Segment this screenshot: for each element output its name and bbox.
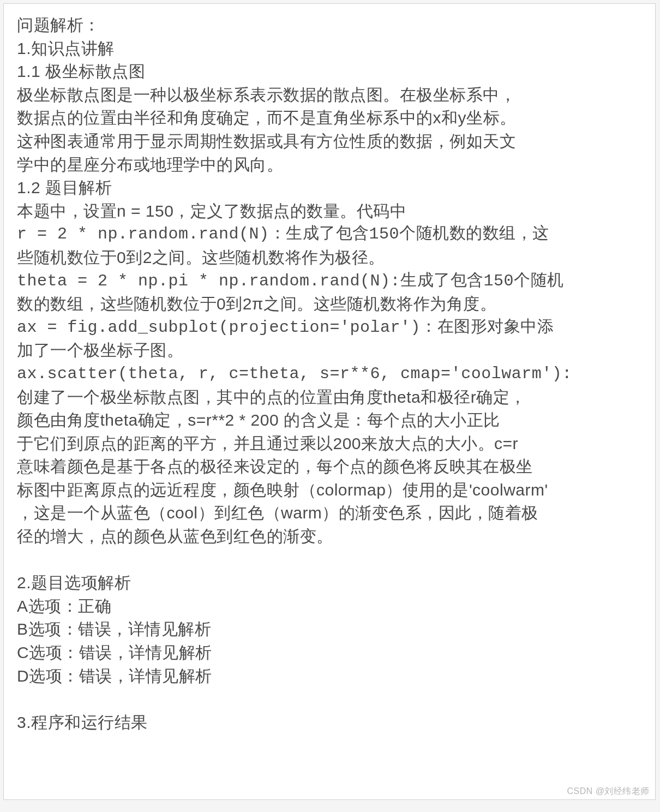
blank-line xyxy=(17,688,642,711)
paragraph-line: 数的数组，这些随机数位于0到2π之间。这些随机数将作为角度。 xyxy=(17,292,642,316)
blank-line xyxy=(17,548,642,572)
code-line: r = 2 * np.random.rand(N)：生成了包含150个随机数的数… xyxy=(17,223,642,246)
paragraph-line: 颜色由角度theta确定，s=r**2 * 200 的含义是：每个点的大小正比 xyxy=(17,409,642,432)
paragraph-line: 创建了一个极坐标散点图，其中的点的位置由角度theta和极径r确定， xyxy=(17,386,642,409)
heading-1-1: 1.1 极坐标散点图 xyxy=(17,60,642,83)
paragraph-line: ，这是一个从蓝色（cool）到红色（warm）的渐变色系，因此，随着极 xyxy=(17,501,642,525)
document-page: 问题解析： 1.知识点讲解 1.1 极坐标散点图 极坐标散点图是一种以极坐标系表… xyxy=(3,3,656,800)
option-a-line: A选项：正确 xyxy=(17,595,642,618)
paragraph-line: 学中的星座分布或地理学中的风向。 xyxy=(17,153,642,177)
code-line: ax.scatter(theta, r, c=theta, s=r**6, cm… xyxy=(17,362,642,386)
paragraph-line: 加了一个极坐标子图。 xyxy=(17,339,642,362)
code-line: ax = fig.add_subplot(projection='polar')… xyxy=(17,316,642,339)
paragraph-line: 于它们到原点的距离的平方，并且通过乘以200来放大点的大小。c=r xyxy=(17,432,642,456)
option-b-line: B选项：错误，详情见解析 xyxy=(17,618,642,641)
option-c-line: C选项：错误，详情见解析 xyxy=(17,641,642,665)
paragraph-line: 本题中，设置n = 150，定义了数据点的数量。代码中 xyxy=(17,200,642,223)
heading-2: 2.题目选项解析 xyxy=(17,571,642,595)
heading-1-2: 1.2 题目解析 xyxy=(17,176,642,200)
paragraph-line: 数据点的位置由半径和角度确定，而不是直角坐标系中的x和y坐标。 xyxy=(17,106,642,130)
paragraph-line: 标图中距离原点的远近程度，颜色映射（colormap）使用的是'coolwarm… xyxy=(17,479,642,502)
option-d-line: D选项：错误，详情见解析 xyxy=(17,665,642,688)
heading-1: 1.知识点讲解 xyxy=(17,37,642,61)
paragraph-line: 些随机数位于0到2之间。这些随机数将作为极径。 xyxy=(17,246,642,270)
paragraph-line: 意味着颜色是基于各点的极径来设定的，每个点的颜色将反映其在极坐 xyxy=(17,455,642,479)
paragraph-line: 径的增大，点的颜色从蓝色到红色的渐变。 xyxy=(17,525,642,548)
code-line: theta = 2 * np.pi * np.random.rand(N):生成… xyxy=(17,270,642,293)
paragraph-line: 这种图表通常用于显示周期性数据或具有方位性质的数据，例如天文 xyxy=(17,130,642,153)
text-line: 问题解析： xyxy=(17,14,642,37)
watermark-text: CSDN @刘经纬老师 xyxy=(567,786,650,797)
paragraph-line: 极坐标散点图是一种以极坐标系表示数据的散点图。在极坐标系中， xyxy=(17,83,642,107)
heading-3: 3.程序和运行结果 xyxy=(17,711,642,735)
